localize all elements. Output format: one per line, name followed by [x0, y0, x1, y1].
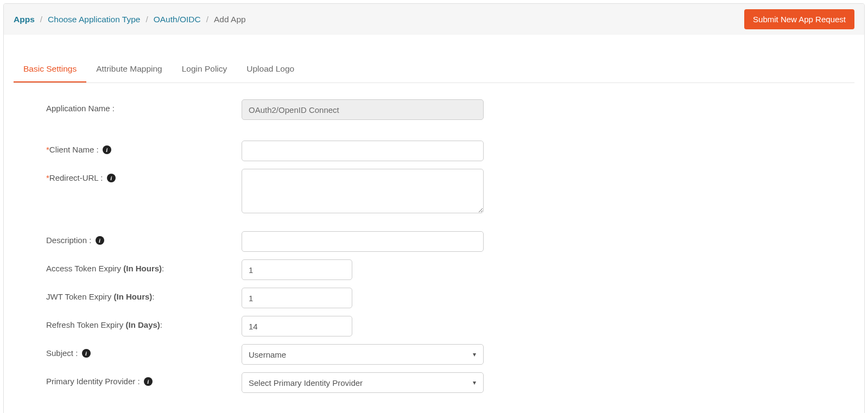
info-icon[interactable]: i [96, 236, 104, 245]
refresh-token-expiry-input[interactable] [242, 316, 352, 336]
breadcrumb-apps[interactable]: Apps [14, 15, 35, 24]
info-icon[interactable]: i [144, 377, 153, 386]
application-name-input [242, 99, 484, 120]
info-icon[interactable]: i [82, 349, 91, 358]
jwt-token-expiry-input[interactable] [242, 288, 352, 308]
label-client-name: Client Name : [49, 145, 99, 154]
label-description: Description : [46, 236, 91, 245]
tab-attribute-mapping[interactable]: Attribute Mapping [86, 56, 172, 82]
tab-login-policy[interactable]: Login Policy [172, 56, 237, 82]
label-redirect-url: Redirect-URL : [49, 173, 103, 182]
client-name-input[interactable] [242, 141, 484, 161]
breadcrumb-sep: / [206, 15, 208, 24]
redirect-url-input[interactable] [242, 169, 484, 213]
description-input[interactable] [242, 231, 484, 252]
form-basic-settings: Application Name : *Client Name : i *Red… [14, 83, 854, 406]
info-icon[interactable]: i [107, 174, 116, 182]
access-token-expiry-input[interactable] [242, 259, 352, 280]
breadcrumb: Apps / Choose Application Type / OAuth/O… [14, 15, 246, 24]
submit-new-app-button[interactable]: Submit New App Request [744, 9, 854, 29]
breadcrumb-oauth-oidc[interactable]: OAuth/OIDC [154, 15, 201, 24]
label-refresh-token-expiry: Refresh Token Expiry (In Days): [46, 320, 162, 329]
breadcrumb-current: Add App [214, 15, 246, 24]
subject-select[interactable]: Username [242, 344, 484, 365]
primary-idp-select[interactable]: Select Primary Identity Provider [242, 372, 484, 393]
label-jwt-token-expiry: JWT Token Expiry (In Hours): [46, 292, 154, 301]
label-application-name: Application Name : [46, 99, 242, 113]
tabs: Basic Settings Attribute Mapping Login P… [14, 56, 854, 83]
tab-basic-settings[interactable]: Basic Settings [14, 56, 86, 82]
label-access-token-expiry: Access Token Expiry (In Hours): [46, 264, 164, 273]
label-subject: Subject : [46, 348, 78, 358]
info-icon[interactable]: i [103, 145, 111, 154]
breadcrumb-choose-type[interactable]: Choose Application Type [48, 15, 140, 24]
header-bar: Apps / Choose Application Type / OAuth/O… [4, 4, 864, 35]
label-primary-idp: Primary Identity Provider : [46, 377, 140, 386]
tab-upload-logo[interactable]: Upload Logo [237, 56, 304, 82]
breadcrumb-sep: / [40, 15, 42, 24]
breadcrumb-sep: / [145, 15, 148, 24]
